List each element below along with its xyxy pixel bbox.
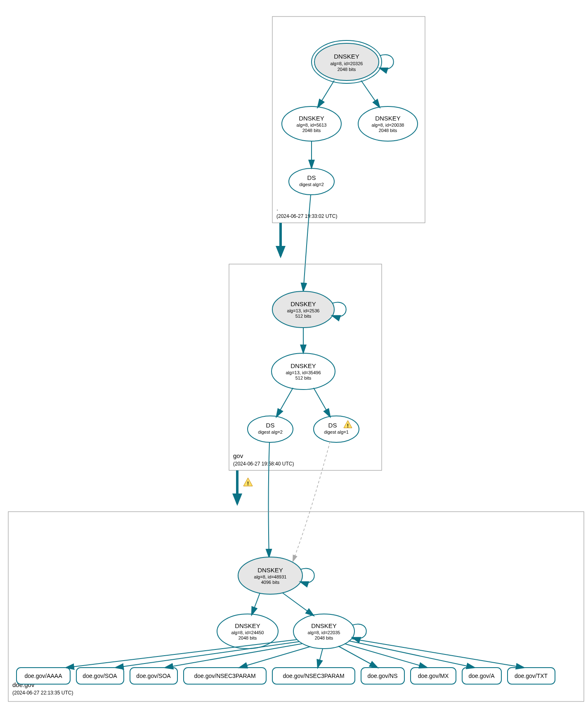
svg-text:DNSKEY: DNSKEY xyxy=(290,300,316,307)
node-root-zsk1: DNSKEY alg=8, id=5613 2048 bits xyxy=(282,106,341,141)
edge xyxy=(345,644,427,668)
svg-text:2048 bits: 2048 bits xyxy=(239,635,257,640)
record-aaaa: doe.gov/AAAA xyxy=(17,668,70,684)
svg-text:alg=8, id=48931: alg=8, id=48931 xyxy=(254,574,287,579)
svg-text:doe.gov/NSEC3PARAM: doe.gov/NSEC3PARAM xyxy=(283,673,344,679)
svg-text:doe.gov/TXT: doe.gov/TXT xyxy=(515,673,548,679)
node-root-ksk: DNSKEY alg=8, id=20326 2048 bits xyxy=(312,40,394,83)
svg-text:doe.gov/AAAA: doe.gov/AAAA xyxy=(24,673,62,679)
svg-point-29 xyxy=(314,416,359,442)
node-doe-ksk: DNSKEY alg=8, id=48931 4096 bits xyxy=(238,557,314,594)
svg-text:digest alg=2: digest alg=2 xyxy=(258,430,283,434)
record-txt: doe.gov/TXT xyxy=(508,668,555,684)
edge xyxy=(252,593,260,615)
edge-ds2-to-doe-ksk xyxy=(269,442,269,557)
svg-text:doe.gov/SOA: doe.gov/SOA xyxy=(83,673,117,679)
svg-text:2048 bits: 2048 bits xyxy=(315,635,333,640)
svg-text:DNSKEY: DNSKEY xyxy=(334,53,359,60)
svg-text:DS: DS xyxy=(266,422,275,429)
node-doe-zsk1: DNSKEY alg=8, id=24450 2048 bits xyxy=(217,614,278,649)
svg-text:digest alg=2: digest alg=2 xyxy=(299,182,324,187)
node-gov-ds2: DS digest alg=1 ! xyxy=(314,416,359,442)
svg-text:alg=8, id=20038: alg=8, id=20038 xyxy=(372,123,404,128)
svg-point-26 xyxy=(248,416,293,442)
svg-text:512 bits: 512 bits xyxy=(295,314,312,319)
zone-root: . (2024-06-27 19:33:02 UTC) DNSKEY alg=8… xyxy=(272,17,425,223)
edge xyxy=(314,388,330,417)
svg-text:doe.gov/NSEC3PARAM: doe.gov/NSEC3PARAM xyxy=(194,673,255,679)
node-gov-ds1: DS digest alg=2 xyxy=(248,416,293,442)
edge xyxy=(349,641,475,668)
svg-text:DNSKEY: DNSKEY xyxy=(235,622,260,629)
zone-doe: doe.gov (2024-06-27 22:13:35 UTC) DNSKEY… xyxy=(8,512,584,701)
svg-text:DS: DS xyxy=(307,174,316,181)
node-doe-zsk2: DNSKEY alg=8, id=22035 2048 bits xyxy=(293,614,366,649)
svg-text:alg=8, id=20326: alg=8, id=20326 xyxy=(331,61,363,66)
edge xyxy=(338,646,378,668)
svg-text:alg=8, id=5613: alg=8, id=5613 xyxy=(297,123,327,128)
zone-gov-time: (2024-06-27 19:58:40 UTC) xyxy=(233,461,294,467)
record-soa2: doe.gov/SOA xyxy=(130,668,177,684)
svg-text:DNSKEY: DNSKEY xyxy=(311,622,337,629)
edge xyxy=(276,388,293,417)
edge xyxy=(318,649,323,668)
edge xyxy=(116,642,299,668)
svg-text:DNSKEY: DNSKEY xyxy=(290,362,316,369)
warning-icon: ! xyxy=(243,478,253,486)
svg-text:DNSKEY: DNSKEY xyxy=(375,115,401,122)
svg-text:alg=13, id=2536: alg=13, id=2536 xyxy=(287,308,320,313)
svg-text:DS: DS xyxy=(328,422,337,429)
svg-point-14 xyxy=(289,168,334,195)
record-mx: doe.gov/MX xyxy=(411,668,456,684)
node-root-ds: DS digest alg=2 xyxy=(289,168,334,195)
zone-doe-time: (2024-06-27 22:13:35 UTC) xyxy=(12,690,73,696)
svg-text:doe.gov/SOA: doe.gov/SOA xyxy=(136,673,171,679)
edge-ds1-to-doe-ksk-dashed xyxy=(293,442,330,561)
svg-text:alg=8, id=22035: alg=8, id=22035 xyxy=(308,630,340,635)
svg-text:2048 bits: 2048 bits xyxy=(338,67,356,72)
record-soa1: doe.gov/SOA xyxy=(76,668,124,684)
svg-text:digest alg=1: digest alg=1 xyxy=(324,430,349,434)
svg-text:DNSKEY: DNSKEY xyxy=(257,567,283,574)
record-nsec1: doe.gov/NSEC3PARAM xyxy=(184,668,266,684)
svg-text:2048 bits: 2048 bits xyxy=(379,128,397,133)
record-nsec2: doe.gov/NSEC3PARAM xyxy=(272,668,355,684)
node-gov-ksk: DNSKEY alg=13, id=2536 512 bits xyxy=(272,291,346,328)
zone-root-time: (2024-06-27 19:33:02 UTC) xyxy=(276,213,337,219)
edge xyxy=(66,640,297,668)
edge xyxy=(283,593,314,616)
node-root-zsk2: DNSKEY alg=8, id=20038 2048 bits xyxy=(358,106,418,141)
edge xyxy=(361,80,380,107)
svg-text:4096 bits: 4096 bits xyxy=(261,580,280,585)
svg-text:!: ! xyxy=(247,481,249,486)
edge xyxy=(318,80,334,107)
zone-gov-name: gov xyxy=(233,452,243,459)
svg-text:2048 bits: 2048 bits xyxy=(302,128,321,133)
svg-text:alg=13, id=35496: alg=13, id=35496 xyxy=(286,370,321,375)
dnssec-chain-diagram: . (2024-06-27 19:33:02 UTC) DNSKEY alg=8… xyxy=(0,0,588,706)
record-ns: doe.gov/NS xyxy=(361,668,404,684)
svg-text:doe.gov/A: doe.gov/A xyxy=(468,673,495,679)
svg-text:512 bits: 512 bits xyxy=(295,375,312,380)
node-gov-zsk: DNSKEY alg=13, id=35496 512 bits xyxy=(272,353,335,390)
svg-text:DNSKEY: DNSKEY xyxy=(299,115,324,122)
svg-text:doe.gov/MX: doe.gov/MX xyxy=(418,673,449,679)
svg-text:!: ! xyxy=(347,423,349,429)
zone-root-name: . xyxy=(276,205,278,212)
zone-gov: gov (2024-06-27 19:58:40 UTC) DNSKEY alg… xyxy=(229,264,382,470)
svg-text:doe.gov/NS: doe.gov/NS xyxy=(367,673,397,679)
record-a: doe.gov/A xyxy=(462,668,501,684)
edge-ds-to-gov-ksk xyxy=(303,195,311,291)
svg-text:alg=8, id=24450: alg=8, id=24450 xyxy=(231,630,264,635)
edge xyxy=(239,647,310,668)
